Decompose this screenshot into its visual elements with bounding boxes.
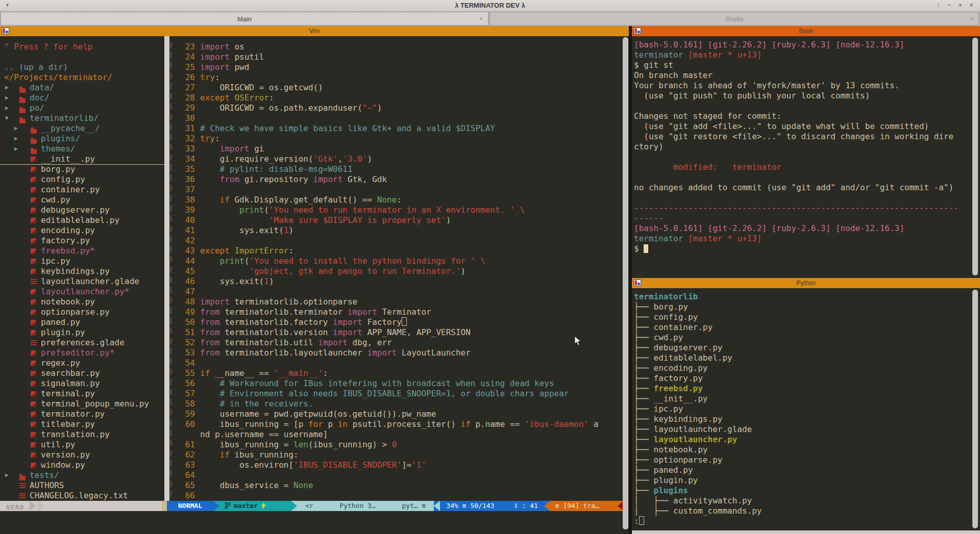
tree-item[interactable]: ▶po/ <box>0 103 6 113</box>
tree-expander-icon[interactable]: ▼ <box>5 113 9 123</box>
tree-expander-icon[interactable]: ▶ <box>14 134 18 144</box>
tab-shells-close-icon[interactable]: × <box>970 15 973 22</box>
directory-name[interactable]: plugins/ <box>41 134 80 144</box>
vim-pane-titlebar[interactable]: Vim <box>0 26 629 36</box>
file-name[interactable]: borg.py <box>41 164 75 174</box>
python-file-icon <box>31 422 36 427</box>
file-name[interactable]: editablelabel.py <box>41 215 119 225</box>
directory-name[interactable]: po/ <box>30 103 44 113</box>
tree-item[interactable]: ▶tests/ <box>0 470 6 480</box>
file-name[interactable]: freebsd.py* <box>41 246 95 256</box>
file-name[interactable]: debugserver.py <box>41 205 110 215</box>
directory-name[interactable]: themes/ <box>41 144 75 154</box>
python-pane-titlebar[interactable]: Python <box>632 278 980 288</box>
directory-name[interactable]: terminatorlib/ <box>30 113 99 123</box>
code-line: 61 ibus_running = len(ibus_running) > 0 <box>174 440 397 450</box>
directory-name[interactable]: doc/ <box>30 93 50 103</box>
bash-scrollbar[interactable] <box>972 38 978 275</box>
file-name[interactable]: optionparse.py <box>41 307 110 317</box>
file-name: pyt… ≡ <box>402 501 426 511</box>
tab-shells[interactable]: Shells × <box>489 12 979 26</box>
code-line: 30 <box>174 113 200 123</box>
tree-item[interactable]: ▶doc/ <box>0 93 6 103</box>
window-titlebar[interactable]: ▼ λ TERMINATOR DEV λ ↑ − + × <box>0 0 980 12</box>
python-scrollbar[interactable] <box>972 290 978 528</box>
file-name[interactable]: window.py <box>41 460 85 470</box>
file-name[interactable]: CHANGELOG.legacy.txt <box>30 491 128 501</box>
file-info-segment: <r Python 3… pyt… ≡ <box>297 501 434 511</box>
tree-item[interactable]: ▼terminatorlib/ <box>0 113 6 123</box>
tree-item[interactable]: ▶__pycache__/ <box>0 123 6 134</box>
file-name[interactable]: AUTHORS <box>30 480 64 491</box>
line-number: 65 <box>174 480 200 491</box>
vim-terminal[interactable]: " Press ? for help.. (up a dir)</Project… <box>0 36 629 534</box>
python-file-icon <box>31 320 36 325</box>
tree-expander-icon[interactable]: ▶ <box>5 470 9 480</box>
terminal-line: ├── ipc.py <box>634 404 683 414</box>
maximize-button[interactable]: + <box>955 1 965 9</box>
code-line: 54 <box>174 358 200 368</box>
terminal-line: ├── editablelabel.py <box>634 353 732 363</box>
tab-bar: Main × Shells × <box>0 11 980 26</box>
tab-main[interactable]: Main × <box>1 12 488 26</box>
bash-pane-titlebar[interactable]: Bash <box>632 26 980 36</box>
python-terminal[interactable]: terminatorlib├── borg.py├── config.py├──… <box>632 288 980 530</box>
file-name[interactable]: factory.py <box>41 236 90 246</box>
file-name[interactable]: translation.py <box>41 429 110 440</box>
terminal-line: : <box>634 516 644 526</box>
file-name[interactable]: notebook.py <box>41 297 95 307</box>
vim-window-separator[interactable] <box>164 36 169 501</box>
file-name[interactable]: version.py <box>41 450 90 460</box>
file-name[interactable]: cwd.py <box>41 195 70 205</box>
git-branch-icon <box>225 502 231 509</box>
tree-expander-icon[interactable]: ▶ <box>5 93 9 103</box>
file-name[interactable]: preferences.glade <box>41 338 125 348</box>
line-number: 34 <box>174 154 200 164</box>
file-name[interactable]: regex.py <box>41 358 80 368</box>
close-button[interactable]: × <box>967 1 976 9</box>
file-name[interactable]: searchbar.py <box>41 368 100 378</box>
file-name[interactable]: signalman.py <box>41 378 100 389</box>
directory-name[interactable]: tests/ <box>30 470 59 480</box>
file-name[interactable]: terminal.py <box>41 389 95 399</box>
file-name[interactable]: titlebar.py <box>41 419 95 429</box>
keep-above-button[interactable]: ↑ <box>934 1 943 9</box>
line-number: 23 <box>174 42 200 52</box>
folder-icon <box>19 476 26 480</box>
terminal-line: ├── freebsd.py <box>634 384 703 394</box>
file-name[interactable]: prefseditor.py* <box>41 348 115 358</box>
directory-name[interactable]: data/ <box>30 83 54 93</box>
minimize-button[interactable]: − <box>945 1 954 9</box>
vim-scrollbar[interactable] <box>623 37 628 529</box>
python-file-icon <box>31 361 36 366</box>
file-name[interactable]: encoding.py <box>41 225 95 236</box>
file-name[interactable]: config.py <box>41 174 85 185</box>
terminal-line: ├── borg.py <box>634 302 688 312</box>
terminal-line: ├── __init__.py <box>634 394 708 404</box>
directory-name[interactable]: __pycache__/ <box>41 123 100 134</box>
file-name[interactable]: plugin.py <box>41 327 85 338</box>
folder-icon <box>19 98 26 103</box>
terminal-line: ├── optionparse.py <box>634 455 722 465</box>
tree-expander-icon[interactable]: ▶ <box>14 123 18 134</box>
tab-main-close-icon[interactable]: × <box>479 15 483 22</box>
file-name[interactable]: terminator.py <box>41 409 105 419</box>
tree-item[interactable]: ▶data/ <box>0 83 6 93</box>
file-name[interactable]: __init__.py <box>41 154 95 164</box>
file-name[interactable]: terminal_popup_menu.py <box>41 399 149 409</box>
code-line: 66 <box>174 491 200 501</box>
tree-expander-icon[interactable]: ▶ <box>5 83 9 93</box>
bash-terminal[interactable]: [bash-5.0.161] [git-2.26.2] [ruby-2.6.3]… <box>632 36 980 278</box>
tree-item[interactable]: ▶plugins/ <box>0 134 6 144</box>
file-name[interactable]: layoutlauncher.py* <box>41 287 129 297</box>
file-name[interactable]: container.py <box>41 185 100 195</box>
tree-expander-icon[interactable]: ▶ <box>5 103 9 113</box>
file-name[interactable]: util.py <box>41 440 75 450</box>
file-name[interactable]: layoutlauncher.glade <box>41 276 139 287</box>
tree-expander-icon[interactable]: ▶ <box>14 144 18 154</box>
tree-item-selected[interactable]: __init__.py <box>0 154 164 165</box>
file-name[interactable]: paned.py <box>41 317 80 327</box>
file-name[interactable]: keybindings.py <box>41 266 110 276</box>
file-name[interactable]: ipc.py <box>41 256 70 266</box>
tree-item[interactable]: ▶themes/ <box>0 144 6 154</box>
